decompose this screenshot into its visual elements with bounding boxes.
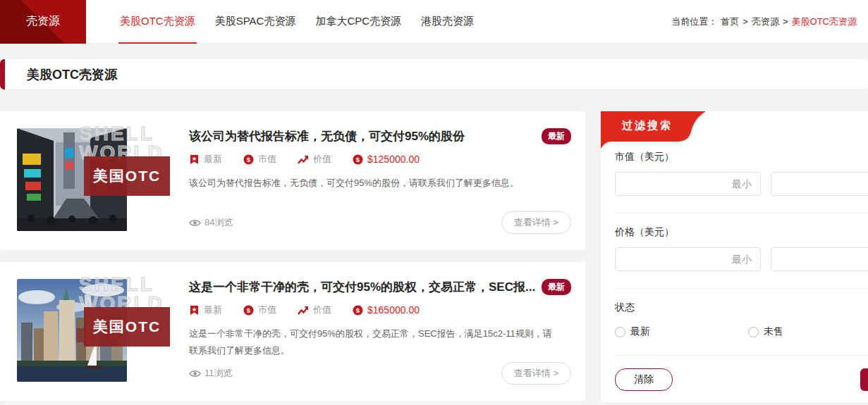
views-count: 11浏览	[189, 367, 233, 380]
status-badge: 最新	[542, 128, 571, 144]
status-options: 最新 未售 已售	[615, 325, 868, 338]
breadcrumb-current: 美股OTC壳资源	[792, 15, 857, 28]
bookmark-star-icon	[189, 305, 200, 316]
filter-panel: 过滤搜索 市值（美元） 价格（美元） 状态 最新	[601, 111, 868, 402]
listing-meta: 最新 $ 市值	[189, 153, 571, 166]
listing-description: 这是一个非常干净的壳，可交付95%的股权，交易正常，SEC报告，满足15c2-1…	[189, 325, 558, 359]
divider	[615, 213, 868, 213]
trend-up-icon	[298, 305, 309, 316]
tab-us-spac[interactable]: 美股SPAC壳资源	[214, 0, 298, 43]
breadcrumb-home[interactable]: 首页	[721, 15, 739, 28]
breadcrumb-prefix: 当前位置：	[671, 15, 717, 28]
eye-icon	[189, 369, 201, 378]
listing-title[interactable]: 这是一个非常干净的壳，可交付95%的股权，交易正常，SEC报...	[189, 279, 545, 295]
market-cap-min-input[interactable]	[615, 172, 761, 196]
listing-content: 这是一个非常干净的壳，可交付95%的股权，交易正常，SEC报... 最新 最新	[189, 278, 571, 385]
main-content: SHELL WORLD 美国OTC 该公司为替代报告标准，无负债，可交付95%的…	[0, 111, 868, 405]
listing-media: SHELL WORLD 美国OTC	[17, 278, 171, 383]
breadcrumb-separator: >	[742, 16, 748, 27]
brand-tab[interactable]: 壳资源	[0, 0, 86, 44]
header: 壳资源 美股OTC壳资源 美股SPAC壳资源 加拿大CPC壳资源 港股壳资源 当…	[0, 0, 868, 44]
meta-price: $ $165000.00	[353, 304, 420, 316]
price-range	[615, 247, 868, 271]
meta-status: 最新	[189, 153, 222, 166]
view-details-button[interactable]: 查看详情 >	[501, 211, 571, 234]
svg-text:$: $	[356, 156, 360, 163]
listing-card: SHELL WORLD 美国OTC 该公司为替代报告标准，无负债，可交付95%的…	[0, 111, 585, 250]
category-tabs: 美股OTC壳资源 美股SPAC壳资源 加拿大CPC壳资源 港股壳资源	[118, 0, 475, 43]
market-label: 美国OTC	[84, 307, 170, 347]
dollar-circle-icon: $	[243, 305, 254, 316]
dollar-circle-icon: $	[353, 154, 363, 165]
page-title: 美股OTC壳资源	[27, 66, 117, 83]
view-details-button[interactable]: 查看详情 >	[501, 362, 571, 385]
listing-footer: 84浏览 查看详情 >	[189, 211, 571, 234]
page-title-bar: 美股OTC壳资源	[0, 59, 868, 89]
status-badge: 最新	[542, 279, 571, 295]
filter-actions: 清除 搜索	[615, 368, 868, 391]
dollar-circle-icon: $	[353, 305, 363, 316]
breadcrumb-separator: >	[783, 16, 788, 27]
listing-media: SHELL WORLD 美国OTC	[17, 127, 171, 232]
market-cap-max-input[interactable]	[771, 172, 868, 196]
meta-market-cap: $ 市值	[243, 153, 276, 166]
svg-text:$: $	[247, 306, 251, 314]
clear-button[interactable]: 清除	[615, 368, 673, 391]
bookmark-star-icon	[189, 154, 200, 165]
listing-content: 该公司为替代报告标准，无负债，可交付95%的股份 最新 最新	[189, 127, 571, 234]
meta-value: 价值	[298, 153, 331, 166]
radio-option-latest[interactable]: 最新	[615, 325, 650, 338]
radio-option-unsold[interactable]: 未售	[748, 325, 783, 338]
filter-title: 过滤搜索	[622, 119, 673, 132]
svg-text:$: $	[356, 306, 360, 314]
breadcrumb: 当前位置： 首页 > 壳资源 > 美股OTC壳资源	[671, 15, 857, 28]
meta-market-cap: $ 市值	[243, 304, 276, 316]
meta-value: 价值	[298, 304, 331, 316]
listing-title[interactable]: 该公司为替代报告标准，无负债，可交付95%的股份	[189, 128, 545, 144]
breadcrumb-section[interactable]: 壳资源	[752, 15, 779, 28]
listing-meta: 最新 $ 市值	[189, 304, 571, 316]
divider	[615, 355, 868, 356]
meta-status: 最新	[189, 304, 222, 316]
page-root: 壳资源 美股OTC壳资源 美股SPAC壳资源 加拿大CPC壳资源 港股壳资源 当…	[0, 0, 868, 405]
price-min-input[interactable]	[615, 247, 761, 271]
svg-text:$: $	[247, 156, 251, 163]
trend-up-icon	[298, 154, 309, 165]
tab-hk-shell[interactable]: 港股壳资源	[420, 0, 475, 43]
price-label: 价格（美元）	[615, 226, 868, 239]
radio-input[interactable]	[615, 327, 625, 337]
listings-column: SHELL WORLD 美国OTC 该公司为替代报告标准，无负债，可交付95%的…	[0, 111, 585, 405]
radio-input[interactable]	[748, 327, 759, 337]
eye-icon	[189, 218, 201, 228]
market-label: 美国OTC	[84, 156, 170, 196]
divider	[615, 288, 868, 289]
price-max-input[interactable]	[771, 247, 868, 271]
status-label: 状态	[615, 301, 868, 314]
listing-description: 该公司为替代报告标准，无负债，可交付95%的股份，请联系我们了解更多信息。	[189, 175, 558, 192]
market-cap-label: 市值（美元）	[615, 151, 868, 163]
search-button[interactable]: 搜索	[860, 368, 868, 391]
views-count: 84浏览	[189, 216, 233, 229]
listing-card: SHELL WORLD 美国OTC 这是一个非常干净的壳，可交付95%的股权，交…	[0, 262, 585, 401]
tab-canada-cpc[interactable]: 加拿大CPC壳资源	[314, 0, 403, 43]
listing-footer: 11浏览 查看详情 >	[189, 362, 571, 385]
meta-price: $ $125000.00	[353, 154, 420, 165]
market-cap-range	[615, 172, 868, 196]
dollar-circle-icon: $	[243, 154, 254, 165]
tab-us-otc[interactable]: 美股OTC壳资源	[118, 0, 197, 43]
